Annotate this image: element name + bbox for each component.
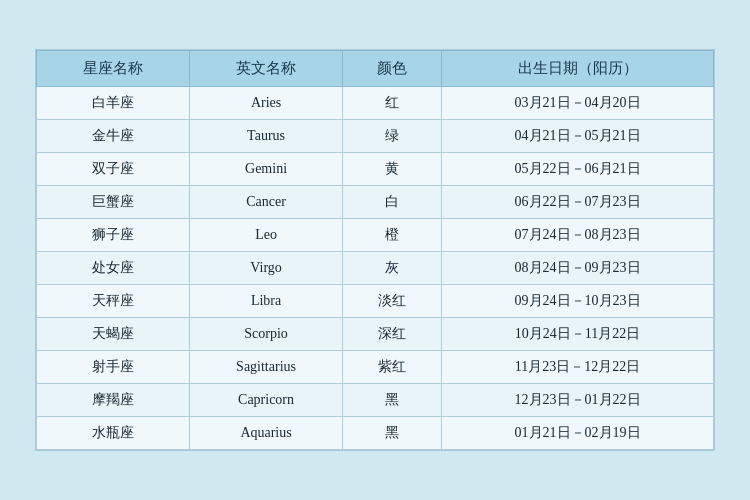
cell-row9-col2: 黑 [343, 384, 442, 417]
header-col-1: 英文名称 [190, 51, 343, 87]
table-row: 天秤座Libra淡红09月24日－10月23日 [37, 285, 714, 318]
cell-row2-col3: 05月22日－06月21日 [442, 153, 714, 186]
cell-row8-col3: 11月23日－12月22日 [442, 351, 714, 384]
table-row: 金牛座Taurus绿04月21日－05月21日 [37, 120, 714, 153]
cell-row1-col1: Taurus [190, 120, 343, 153]
table-header-row: 星座名称英文名称颜色出生日期（阳历） [37, 51, 714, 87]
cell-row10-col1: Aquarius [190, 417, 343, 450]
cell-row10-col2: 黑 [343, 417, 442, 450]
cell-row7-col0: 天蝎座 [37, 318, 190, 351]
cell-row0-col3: 03月21日－04月20日 [442, 87, 714, 120]
cell-row1-col3: 04月21日－05月21日 [442, 120, 714, 153]
cell-row0-col2: 红 [343, 87, 442, 120]
cell-row6-col1: Libra [190, 285, 343, 318]
table-row: 天蝎座Scorpio深红10月24日－11月22日 [37, 318, 714, 351]
table-row: 摩羯座Capricorn黑12月23日－01月22日 [37, 384, 714, 417]
cell-row1-col0: 金牛座 [37, 120, 190, 153]
cell-row7-col2: 深红 [343, 318, 442, 351]
cell-row2-col0: 双子座 [37, 153, 190, 186]
table-row: 处女座Virgo灰08月24日－09月23日 [37, 252, 714, 285]
cell-row8-col1: Sagittarius [190, 351, 343, 384]
cell-row7-col1: Scorpio [190, 318, 343, 351]
cell-row6-col3: 09月24日－10月23日 [442, 285, 714, 318]
cell-row8-col0: 射手座 [37, 351, 190, 384]
cell-row5-col3: 08月24日－09月23日 [442, 252, 714, 285]
cell-row9-col3: 12月23日－01月22日 [442, 384, 714, 417]
cell-row3-col0: 巨蟹座 [37, 186, 190, 219]
cell-row9-col0: 摩羯座 [37, 384, 190, 417]
table-row: 狮子座Leo橙07月24日－08月23日 [37, 219, 714, 252]
table-row: 巨蟹座Cancer白06月22日－07月23日 [37, 186, 714, 219]
cell-row9-col1: Capricorn [190, 384, 343, 417]
cell-row3-col3: 06月22日－07月23日 [442, 186, 714, 219]
cell-row10-col0: 水瓶座 [37, 417, 190, 450]
cell-row2-col1: Gemini [190, 153, 343, 186]
header-col-3: 出生日期（阳历） [442, 51, 714, 87]
cell-row6-col0: 天秤座 [37, 285, 190, 318]
header-col-2: 颜色 [343, 51, 442, 87]
table-row: 白羊座Aries红03月21日－04月20日 [37, 87, 714, 120]
cell-row3-col1: Cancer [190, 186, 343, 219]
cell-row2-col2: 黄 [343, 153, 442, 186]
table-row: 射手座Sagittarius紫红11月23日－12月22日 [37, 351, 714, 384]
zodiac-table: 星座名称英文名称颜色出生日期（阳历） 白羊座Aries红03月21日－04月20… [36, 50, 714, 450]
cell-row1-col2: 绿 [343, 120, 442, 153]
table-row: 双子座Gemini黄05月22日－06月21日 [37, 153, 714, 186]
cell-row0-col0: 白羊座 [37, 87, 190, 120]
cell-row5-col2: 灰 [343, 252, 442, 285]
cell-row6-col2: 淡红 [343, 285, 442, 318]
cell-row0-col1: Aries [190, 87, 343, 120]
cell-row4-col0: 狮子座 [37, 219, 190, 252]
zodiac-table-container: 星座名称英文名称颜色出生日期（阳历） 白羊座Aries红03月21日－04月20… [35, 49, 715, 451]
cell-row4-col3: 07月24日－08月23日 [442, 219, 714, 252]
table-body: 白羊座Aries红03月21日－04月20日金牛座Taurus绿04月21日－0… [37, 87, 714, 450]
cell-row3-col2: 白 [343, 186, 442, 219]
header-col-0: 星座名称 [37, 51, 190, 87]
table-row: 水瓶座Aquarius黑01月21日－02月19日 [37, 417, 714, 450]
cell-row5-col1: Virgo [190, 252, 343, 285]
cell-row8-col2: 紫红 [343, 351, 442, 384]
cell-row7-col3: 10月24日－11月22日 [442, 318, 714, 351]
cell-row4-col1: Leo [190, 219, 343, 252]
cell-row10-col3: 01月21日－02月19日 [442, 417, 714, 450]
cell-row4-col2: 橙 [343, 219, 442, 252]
cell-row5-col0: 处女座 [37, 252, 190, 285]
